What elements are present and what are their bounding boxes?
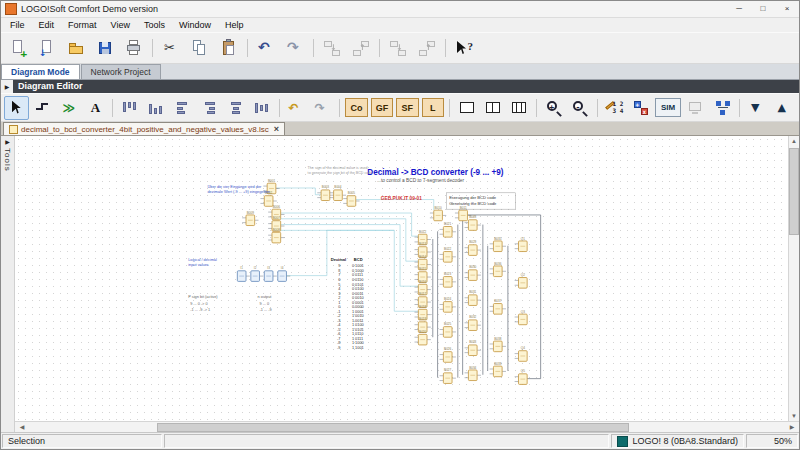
output-block[interactable]: Q1 xyxy=(515,237,528,252)
tools-expander-icon[interactable]: ▶ xyxy=(5,138,10,145)
horizontal-scrollbar[interactable]: ◀ ▶ xyxy=(15,421,799,432)
minimize-button[interactable]: ─ xyxy=(727,1,751,17)
view-single-button[interactable] xyxy=(454,96,479,120)
zoom-in-button[interactable]: + xyxy=(541,96,566,120)
wire[interactable] xyxy=(276,188,321,195)
page-up-button[interactable]: ▲ xyxy=(771,96,796,120)
function-block[interactable]: B030 xyxy=(465,265,481,280)
view-split3-button[interactable] xyxy=(507,96,532,120)
function-block[interactable]: B010 xyxy=(430,206,446,221)
function-block[interactable]: B031 xyxy=(465,290,481,305)
view-split2-button[interactable] xyxy=(480,96,505,120)
horizontal-scrollbar-thumb[interactable] xyxy=(157,423,629,432)
function-block[interactable]: B023 xyxy=(440,272,456,287)
online-test-button[interactable] xyxy=(683,96,708,120)
upload-pc-to-logo-button[interactable]: ↓ xyxy=(318,34,346,62)
scroll-down-icon[interactable]: ▼ xyxy=(789,411,799,421)
copy-button[interactable] xyxy=(186,34,214,62)
menu-tools[interactable]: Tools xyxy=(137,18,172,32)
input-block[interactable]: I3 xyxy=(264,266,277,281)
wire[interactable] xyxy=(467,215,540,379)
circuit-diagram[interactable]: B001B002B003B004B005B006B007B008B009I1I2… xyxy=(15,136,788,421)
context-help-button[interactable]: ? xyxy=(450,34,478,62)
connect-tool-button[interactable] xyxy=(30,96,55,120)
download-logo-to-pc-button[interactable]: ↑ xyxy=(347,34,375,62)
zoom-out-button[interactable]: - xyxy=(567,96,592,120)
wire[interactable] xyxy=(281,225,419,287)
align-left-button[interactable] xyxy=(170,96,195,120)
menu-file[interactable]: File xyxy=(3,18,32,32)
stop-logo-button[interactable]: ↑ xyxy=(413,34,441,62)
wire[interactable] xyxy=(281,219,419,261)
function-block[interactable]: B034 xyxy=(465,366,481,381)
close-button[interactable]: × xyxy=(775,1,799,17)
space-vertical-button[interactable] xyxy=(249,96,274,120)
print-button[interactable] xyxy=(120,34,148,62)
function-block[interactable]: B005 xyxy=(343,191,359,206)
go-to-block-button[interactable]: ≫ xyxy=(57,96,82,120)
maximize-button[interactable]: □ xyxy=(751,1,775,17)
space-horizontal-button[interactable] xyxy=(223,96,248,120)
vertical-scrollbar-thumb[interactable] xyxy=(789,148,799,235)
align-top-button[interactable] xyxy=(117,96,142,120)
menu-window[interactable]: Window xyxy=(172,18,218,32)
scroll-right-icon[interactable]: ▶ xyxy=(787,422,797,432)
function-block[interactable]: B036 xyxy=(490,262,506,277)
text-tool-button[interactable]: A xyxy=(83,96,108,120)
tools-panel-collapsed[interactable]: ▶ Tools xyxy=(1,136,15,432)
constants-button[interactable]: Co xyxy=(345,98,367,117)
function-block[interactable]: B027 xyxy=(440,368,456,383)
page-down-button[interactable]: ▼ xyxy=(744,96,769,120)
redo-button[interactable]: ↷ xyxy=(281,34,309,62)
output-block[interactable]: Q5 xyxy=(515,369,528,384)
function-block[interactable]: B022 xyxy=(440,247,456,262)
wire[interactable] xyxy=(281,230,419,311)
simulation-button[interactable]: SIM xyxy=(655,98,680,117)
diagram-canvas[interactable]: B001B002B003B004B005B006B007B008B009I1I2… xyxy=(15,136,788,421)
function-block[interactable]: B038 xyxy=(490,337,506,352)
vertical-scrollbar[interactable]: ▲ ▼ xyxy=(788,136,799,421)
open-file-button[interactable] xyxy=(62,34,90,62)
function-block[interactable]: B035 xyxy=(490,237,506,252)
function-block[interactable]: B026 xyxy=(440,347,456,362)
tab-network-project[interactable]: Network Project xyxy=(81,64,161,79)
import-file-button[interactable]: ↓ xyxy=(33,34,61,62)
parameter-box-button[interactable]: +x xyxy=(628,96,653,120)
function-block[interactable]: B004 xyxy=(330,185,346,200)
function-block[interactable]: B032 xyxy=(465,315,481,330)
function-block[interactable]: B033 xyxy=(465,340,481,355)
special-functions-button[interactable]: SF xyxy=(396,98,418,117)
output-block[interactable]: Q4 xyxy=(515,346,528,361)
function-block[interactable]: B024 xyxy=(440,297,456,312)
wire[interactable] xyxy=(356,200,434,211)
input-block[interactable]: I2 xyxy=(251,266,264,281)
new-file-button[interactable]: + xyxy=(4,34,32,62)
function-block[interactable]: B039 xyxy=(490,362,506,377)
start-logo-button[interactable]: ↓ xyxy=(384,34,412,62)
undo-button[interactable]: ↶ xyxy=(252,34,280,62)
menu-help[interactable]: Help xyxy=(218,18,251,32)
align-right-button[interactable] xyxy=(196,96,221,120)
tab-diagram-mode[interactable]: Diagram Mode xyxy=(1,64,80,79)
wire[interactable] xyxy=(286,230,394,275)
menu-view[interactable]: View xyxy=(104,18,137,32)
input-block[interactable]: I4 xyxy=(278,266,291,281)
function-block[interactable]: B025 xyxy=(440,322,456,337)
renumber-blocks-button[interactable]: 1 23 4 xyxy=(602,96,627,120)
undo-button[interactable]: ↶ xyxy=(284,96,309,120)
network-view-button[interactable] xyxy=(710,96,735,120)
close-tab-icon[interactable]: × xyxy=(274,124,279,134)
function-block[interactable]: B009 xyxy=(242,211,258,226)
paste-button[interactable] xyxy=(215,34,243,62)
menu-format[interactable]: Format xyxy=(61,18,104,32)
function-block[interactable]: B020 xyxy=(414,330,430,345)
panel-expander-icon[interactable]: ▶ xyxy=(1,83,13,90)
menu-edit[interactable]: Edit xyxy=(32,18,62,32)
document-tab[interactable]: decimal_to_bcd_converter_4bit_positive_a… xyxy=(3,122,285,135)
function-block[interactable]: B021 xyxy=(440,222,456,237)
logic-diagram-button[interactable]: L xyxy=(422,98,444,117)
function-block[interactable]: B029 xyxy=(465,240,481,255)
cut-button[interactable]: ✂ xyxy=(157,34,185,62)
align-bottom-button[interactable] xyxy=(144,96,169,120)
scroll-left-icon[interactable]: ◀ xyxy=(17,422,27,432)
